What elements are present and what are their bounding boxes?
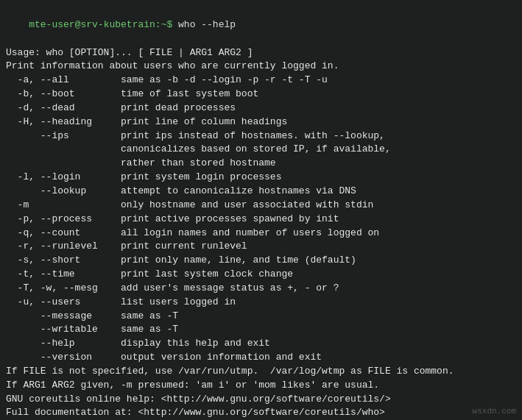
terminal-line: -a, --all same as -b -d --login -p -r -t… — [6, 74, 516, 88]
terminal-line: --help display this help and exit — [6, 337, 516, 351]
terminal-line: Usage: who [OPTION]... [ FILE | ARG1 ARG… — [6, 46, 516, 60]
command-text: who --help — [172, 19, 236, 30]
terminal-line: -b, --boot time of last system boot — [6, 88, 516, 102]
terminal-line: -H, --heading print line of column headi… — [6, 115, 516, 129]
terminal-line: -u, --users list users logged in — [6, 296, 516, 310]
terminal-line: -l, --login print system login processes — [6, 171, 516, 185]
terminal-line: -d, --dead print dead processes — [6, 102, 516, 115]
terminal-output: Usage: who [OPTION]... [ FILE | ARG1 ARG… — [6, 46, 516, 420]
terminal-window: mte-user@srv-kubetrain:~$ who --help Usa… — [0, 0, 522, 420]
terminal-line: If FILE is not specified, use /var/run/u… — [6, 365, 516, 379]
terminal-line: --ips print ips instead of hostnames. wi… — [6, 129, 516, 143]
terminal-line: -r, --runlevel print current runlevel — [6, 240, 516, 254]
terminal-line: -p, --process print active processes spa… — [6, 213, 516, 227]
terminal-line: rather than stored hostname — [6, 157, 516, 171]
prompt-user: mte-user@srv-kubetrain:~$ — [29, 19, 172, 30]
prompt-line: mte-user@srv-kubetrain:~$ who --help — [6, 4, 516, 46]
terminal-line: --version output version information and… — [6, 351, 516, 365]
terminal-line: --message same as -T — [6, 310, 516, 324]
terminal-line: --writable same as -T — [6, 323, 516, 337]
terminal-line: If ARG1 ARG2 given, -m presumed: 'am i' … — [6, 379, 516, 393]
terminal-line: -t, --time print last system clock chang… — [6, 268, 516, 282]
terminal-line: GNU coreutils online help: <http://www.g… — [6, 393, 516, 407]
terminal-line: -T, -w, --mesg add user's message status… — [6, 282, 516, 296]
terminal-line: -q, --count all login names and number o… — [6, 227, 516, 241]
watermark: wsxdn.com — [473, 407, 516, 416]
terminal-line: Print information about users who are cu… — [6, 60, 516, 74]
terminal-line: Full documentation at: <http://www.gnu.o… — [6, 406, 516, 420]
terminal-line: --lookup attempt to canonicalize hostnam… — [6, 185, 516, 199]
terminal-line: -s, --short print only name, line, and t… — [6, 254, 516, 268]
terminal-line: -m only hostname and user associated wit… — [6, 199, 516, 213]
terminal-line: canonicalizes based on stored IP, if ava… — [6, 143, 516, 157]
